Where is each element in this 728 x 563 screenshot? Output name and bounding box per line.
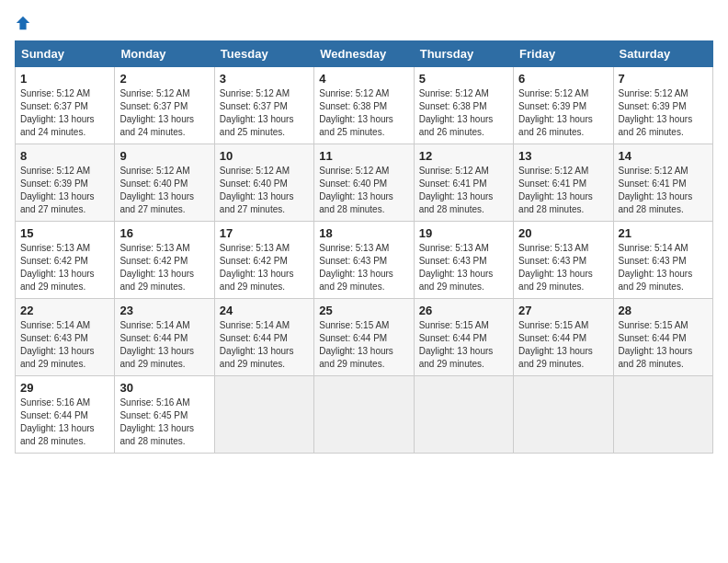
day-number: 22 [20, 304, 109, 317]
day-number: 2 [119, 72, 209, 86]
header [15, 15, 713, 31]
col-header-saturday: Saturday [613, 41, 712, 67]
day-info: Sunrise: 5:16 AMSunset: 6:45 PMDaylight:… [119, 397, 194, 446]
calendar-cell: 22 Sunrise: 5:14 AMSunset: 6:43 PMDaylig… [16, 299, 115, 376]
calendar-cell [613, 376, 712, 454]
calendar-cell: 20 Sunrise: 5:13 AMSunset: 6:43 PMDaylig… [514, 222, 613, 299]
calendar-cell: 11 Sunrise: 5:12 AMSunset: 6:40 PMDaylig… [314, 144, 414, 222]
col-header-sunday: Sunday [16, 41, 115, 67]
day-info: Sunrise: 5:12 AMSunset: 6:41 PMDaylight:… [518, 166, 593, 214]
day-info: Sunrise: 5:14 AMSunset: 6:43 PMDaylight:… [619, 243, 693, 292]
calendar-week-row: 22 Sunrise: 5:14 AMSunset: 6:43 PMDaylig… [16, 299, 713, 376]
day-number: 15 [20, 226, 109, 240]
day-info: Sunrise: 5:12 AMSunset: 6:37 PMDaylight:… [220, 88, 294, 137]
calendar-cell: 5 Sunrise: 5:12 AMSunset: 6:38 PMDayligh… [414, 67, 513, 144]
calendar-cell: 6 Sunrise: 5:12 AMSunset: 6:39 PMDayligh… [514, 67, 613, 144]
day-number: 20 [518, 226, 608, 240]
calendar-week-row: 15 Sunrise: 5:13 AMSunset: 6:42 PMDaylig… [16, 222, 713, 299]
logo-icon [15, 15, 31, 31]
day-number: 8 [20, 149, 109, 163]
col-header-thursday: Thursday [414, 41, 513, 67]
day-info: Sunrise: 5:12 AMSunset: 6:37 PMDaylight:… [20, 88, 95, 137]
day-info: Sunrise: 5:15 AMSunset: 6:44 PMDaylight:… [518, 320, 593, 369]
calendar-cell: 4 Sunrise: 5:12 AMSunset: 6:38 PMDayligh… [314, 67, 414, 144]
day-number: 5 [419, 72, 508, 86]
day-info: Sunrise: 5:14 AMSunset: 6:44 PMDaylight:… [119, 320, 194, 369]
calendar-table: SundayMondayTuesdayWednesdayThursdayFrid… [15, 40, 713, 454]
calendar-cell [314, 376, 414, 454]
day-info: Sunrise: 5:15 AMSunset: 6:44 PMDaylight:… [319, 320, 393, 369]
day-number: 16 [119, 226, 209, 240]
day-info: Sunrise: 5:15 AMSunset: 6:44 PMDaylight:… [419, 320, 494, 369]
day-number: 12 [419, 149, 508, 163]
day-info: Sunrise: 5:12 AMSunset: 6:38 PMDaylight:… [419, 88, 494, 137]
col-header-tuesday: Tuesday [214, 41, 313, 67]
day-info: Sunrise: 5:13 AMSunset: 6:42 PMDaylight:… [119, 243, 194, 292]
calendar-cell: 2 Sunrise: 5:12 AMSunset: 6:37 PMDayligh… [115, 67, 214, 144]
calendar-cell: 30 Sunrise: 5:16 AMSunset: 6:45 PMDaylig… [115, 376, 214, 454]
day-info: Sunrise: 5:12 AMSunset: 6:39 PMDaylight:… [20, 166, 95, 214]
calendar-cell: 9 Sunrise: 5:12 AMSunset: 6:40 PMDayligh… [115, 144, 214, 222]
calendar-cell: 15 Sunrise: 5:13 AMSunset: 6:42 PMDaylig… [16, 222, 115, 299]
calendar-week-row: 8 Sunrise: 5:12 AMSunset: 6:39 PMDayligh… [16, 144, 713, 222]
calendar-cell: 16 Sunrise: 5:13 AMSunset: 6:42 PMDaylig… [115, 222, 214, 299]
day-number: 28 [619, 304, 708, 317]
calendar-cell: 27 Sunrise: 5:15 AMSunset: 6:44 PMDaylig… [514, 299, 613, 376]
calendar-week-row: 29 Sunrise: 5:16 AMSunset: 6:44 PMDaylig… [16, 376, 713, 454]
day-number: 10 [220, 149, 309, 163]
day-number: 1 [20, 72, 109, 86]
calendar-cell: 8 Sunrise: 5:12 AMSunset: 6:39 PMDayligh… [16, 144, 115, 222]
calendar-cell: 3 Sunrise: 5:12 AMSunset: 6:37 PMDayligh… [214, 67, 313, 144]
calendar-cell: 26 Sunrise: 5:15 AMSunset: 6:44 PMDaylig… [414, 299, 513, 376]
calendar-cell: 19 Sunrise: 5:13 AMSunset: 6:43 PMDaylig… [414, 222, 513, 299]
day-number: 18 [319, 226, 408, 240]
calendar-cell: 29 Sunrise: 5:16 AMSunset: 6:44 PMDaylig… [16, 376, 115, 454]
col-header-friday: Friday [514, 41, 613, 67]
day-number: 11 [319, 149, 408, 163]
calendar-cell: 23 Sunrise: 5:14 AMSunset: 6:44 PMDaylig… [115, 299, 214, 376]
day-number: 27 [518, 304, 608, 317]
calendar-cell [214, 376, 313, 454]
calendar-cell [414, 376, 513, 454]
day-number: 26 [419, 304, 508, 317]
calendar-cell: 17 Sunrise: 5:13 AMSunset: 6:42 PMDaylig… [214, 222, 313, 299]
day-info: Sunrise: 5:12 AMSunset: 6:40 PMDaylight:… [319, 166, 393, 214]
calendar-cell: 28 Sunrise: 5:15 AMSunset: 6:44 PMDaylig… [613, 299, 712, 376]
day-number: 4 [319, 72, 408, 86]
day-number: 9 [119, 149, 209, 163]
day-info: Sunrise: 5:12 AMSunset: 6:41 PMDaylight:… [419, 166, 494, 214]
day-info: Sunrise: 5:12 AMSunset: 6:38 PMDaylight:… [319, 88, 393, 137]
day-info: Sunrise: 5:12 AMSunset: 6:40 PMDaylight:… [119, 166, 194, 214]
calendar-cell: 14 Sunrise: 5:12 AMSunset: 6:41 PMDaylig… [613, 144, 712, 222]
day-number: 7 [619, 72, 708, 86]
calendar-cell [514, 376, 613, 454]
day-info: Sunrise: 5:16 AMSunset: 6:44 PMDaylight:… [20, 397, 95, 446]
day-info: Sunrise: 5:12 AMSunset: 6:37 PMDaylight:… [119, 88, 194, 137]
day-info: Sunrise: 5:12 AMSunset: 6:39 PMDaylight:… [518, 88, 593, 137]
calendar-cell: 18 Sunrise: 5:13 AMSunset: 6:43 PMDaylig… [314, 222, 414, 299]
calendar-header-row: SundayMondayTuesdayWednesdayThursdayFrid… [16, 41, 713, 67]
day-number: 17 [220, 226, 309, 240]
col-header-wednesday: Wednesday [314, 41, 414, 67]
day-info: Sunrise: 5:13 AMSunset: 6:43 PMDaylight:… [319, 243, 393, 292]
calendar-cell: 13 Sunrise: 5:12 AMSunset: 6:41 PMDaylig… [514, 144, 613, 222]
calendar-cell: 12 Sunrise: 5:12 AMSunset: 6:41 PMDaylig… [414, 144, 513, 222]
day-number: 25 [319, 304, 408, 317]
calendar-cell: 7 Sunrise: 5:12 AMSunset: 6:39 PMDayligh… [613, 67, 712, 144]
day-info: Sunrise: 5:12 AMSunset: 6:41 PMDaylight:… [619, 166, 693, 214]
day-number: 14 [619, 149, 708, 163]
day-info: Sunrise: 5:14 AMSunset: 6:44 PMDaylight:… [220, 320, 294, 369]
day-number: 3 [220, 72, 309, 86]
day-info: Sunrise: 5:13 AMSunset: 6:42 PMDaylight:… [20, 243, 95, 292]
day-info: Sunrise: 5:15 AMSunset: 6:44 PMDaylight:… [619, 320, 693, 369]
day-info: Sunrise: 5:13 AMSunset: 6:43 PMDaylight:… [518, 243, 593, 292]
logo [15, 15, 35, 31]
day-info: Sunrise: 5:13 AMSunset: 6:42 PMDaylight:… [220, 243, 294, 292]
day-number: 21 [619, 226, 708, 240]
day-number: 30 [119, 381, 209, 395]
day-info: Sunrise: 5:12 AMSunset: 6:39 PMDaylight:… [619, 88, 693, 137]
svg-marker-0 [17, 17, 29, 29]
day-number: 29 [20, 381, 109, 395]
day-number: 6 [518, 72, 608, 86]
day-number: 13 [518, 149, 608, 163]
